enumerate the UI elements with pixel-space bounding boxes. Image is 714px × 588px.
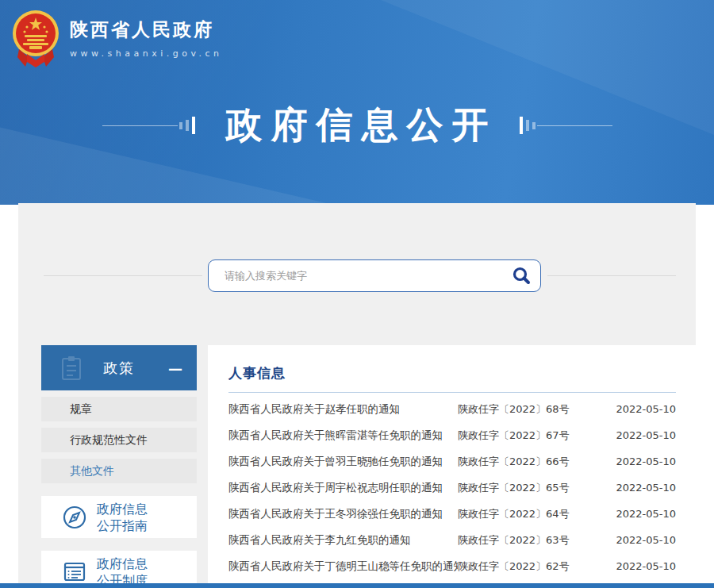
site-url: www.shaanxi.gov.cn bbox=[70, 48, 223, 59]
doc-number: 陕政任字〔2022〕64号 bbox=[458, 507, 612, 521]
sidebar-item-label: 行政规范性文件 bbox=[70, 433, 148, 446]
table-row[interactable]: 陕西省人民政府关于王冬羽徐强任免职的通知 陕政任字〔2022〕64号 2022-… bbox=[228, 501, 676, 527]
doc-number: 陕政任字〔2022〕67号 bbox=[458, 429, 612, 443]
table-row[interactable]: 陕西省人民政府关于周宇松祝志明任职的通知 陕政任字〔2022〕65号 2022-… bbox=[228, 475, 676, 501]
table-row[interactable]: 陕西省人民政府关于曾羽王晓驰任免职的通知 陕政任字〔2022〕66号 2022-… bbox=[228, 448, 676, 475]
site-logo[interactable]: 陕西省人民政府 www.shaanxi.gov.cn bbox=[11, 8, 223, 68]
search-input[interactable] bbox=[209, 270, 502, 282]
sidebar-item-other-documents[interactable]: 其他文件 bbox=[41, 459, 197, 483]
doc-number: 陕政任字〔2022〕62号 bbox=[458, 559, 612, 574]
collapse-minus-icon[interactable]: — bbox=[168, 359, 182, 376]
sidebar-group-policy[interactable]: 政策 — bbox=[41, 345, 197, 390]
table-row[interactable]: 陕西省人民政府关于丁德明王山稳等任免职的通知 陕政任字〔2022〕62号 202… bbox=[228, 553, 676, 579]
doc-date: 2022-05-10 bbox=[612, 403, 676, 415]
search-button[interactable] bbox=[502, 260, 540, 291]
page-title: 政府信息公开 bbox=[217, 101, 497, 150]
footer-strip bbox=[0, 583, 714, 588]
sidebar-card-disclosure-system[interactable]: 政府信息 公开制度 bbox=[41, 551, 197, 588]
sidebar-card-disclosure-guide[interactable]: 政府信息 公开指南 bbox=[41, 496, 197, 538]
doc-title-link[interactable]: 陕西省人民政府关于李九红免职的通知 bbox=[228, 533, 458, 548]
doc-title-link[interactable]: 陕西省人民政府关于曾羽王晓驰任免职的通知 bbox=[228, 455, 458, 469]
doc-number: 陕政任字〔2022〕68号 bbox=[458, 402, 612, 417]
doc-number: 陕政任字〔2022〕66号 bbox=[458, 455, 612, 469]
doc-date: 2022-05-10 bbox=[612, 534, 676, 546]
search-icon bbox=[511, 266, 532, 286]
search-divider-right bbox=[547, 275, 676, 276]
doc-date: 2022-05-10 bbox=[612, 508, 676, 520]
title-decoration-left bbox=[102, 117, 197, 134]
table-row[interactable]: 陕西省人民政府关于赵孝任职的通知 陕政任字〔2022〕68号 2022-05-1… bbox=[228, 396, 676, 422]
card-label-line2: 公开指南 bbox=[97, 517, 148, 534]
sidebar: 政策 — 规章 行政规范性文件 其他文件 政府信息 公开指南 政府信息 公开制 bbox=[41, 345, 197, 588]
doc-title-link[interactable]: 陕西省人民政府关于熊晖雷湛等任免职的通知 bbox=[228, 429, 458, 443]
doc-date: 2022-05-10 bbox=[612, 429, 676, 441]
document-list: 陕西省人民政府关于赵孝任职的通知 陕政任字〔2022〕68号 2022-05-1… bbox=[228, 396, 676, 579]
doc-number: 陕政任字〔2022〕63号 bbox=[458, 533, 612, 548]
doc-title-link[interactable]: 陕西省人民政府关于王冬羽徐强任免职的通知 bbox=[228, 507, 458, 521]
doc-number: 陕政任字〔2022〕65号 bbox=[458, 481, 612, 495]
main-content: 人事信息 陕西省人民政府关于赵孝任职的通知 陕政任字〔2022〕68号 2022… bbox=[208, 345, 697, 588]
sidebar-item-normative-documents[interactable]: 行政规范性文件 bbox=[41, 428, 197, 452]
card-label-line1: 政府信息 bbox=[97, 555, 148, 572]
doc-title-link[interactable]: 陕西省人民政府关于周宇松祝志明任职的通知 bbox=[228, 481, 458, 495]
section-divider bbox=[228, 392, 676, 393]
sidebar-item-regulations[interactable]: 规章 bbox=[41, 397, 197, 421]
hero-banner: 陕西省人民政府 www.shaanxi.gov.cn 政府信息公开 bbox=[0, 0, 714, 205]
doc-date: 2022-05-10 bbox=[612, 455, 676, 467]
table-row[interactable]: 陕西省人民政府关于李九红免职的通知 陕政任字〔2022〕63号 2022-05-… bbox=[228, 527, 676, 553]
title-decoration-right bbox=[518, 117, 612, 134]
document-list-icon bbox=[62, 559, 87, 585]
national-emblem-icon bbox=[11, 8, 60, 68]
sidebar-item-label: 其他文件 bbox=[70, 464, 114, 477]
card-label-line1: 政府信息 bbox=[97, 501, 148, 517]
policy-doc-icon bbox=[62, 356, 83, 380]
search-box bbox=[208, 259, 541, 292]
search-divider-left bbox=[44, 275, 202, 276]
sidebar-item-label: 规章 bbox=[70, 402, 92, 415]
doc-title-link[interactable]: 陕西省人民政府关于丁德明王山稳等任免职的通知 bbox=[228, 559, 458, 574]
compass-icon bbox=[62, 505, 87, 530]
doc-date: 2022-05-10 bbox=[612, 482, 676, 494]
doc-date: 2022-05-10 bbox=[612, 560, 676, 572]
site-name: 陕西省人民政府 bbox=[70, 17, 223, 42]
doc-title-link[interactable]: 陕西省人民政府关于赵孝任职的通知 bbox=[228, 402, 458, 417]
table-row[interactable]: 陕西省人民政府关于熊晖雷湛等任免职的通知 陕政任字〔2022〕67号 2022-… bbox=[228, 422, 676, 448]
sidebar-group-label: 政策 bbox=[103, 359, 135, 378]
section-title: 人事信息 bbox=[228, 364, 676, 382]
